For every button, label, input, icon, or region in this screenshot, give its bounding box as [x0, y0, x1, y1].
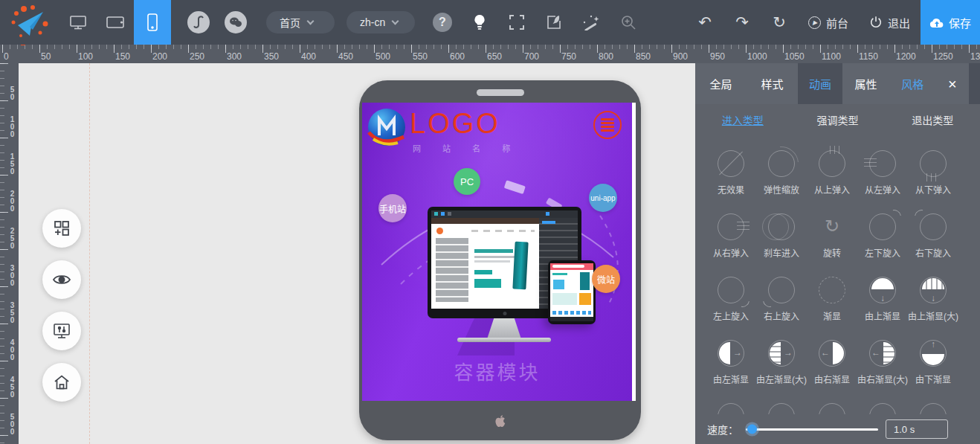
animation-option[interactable]: [756, 390, 807, 414]
help-icon[interactable]: [424, 0, 461, 45]
speed-slider-thumb[interactable]: [747, 425, 757, 434]
save-label: 保存: [949, 15, 971, 30]
ruler-number: 450: [8, 361, 16, 398]
animation-label: 右下旋入: [915, 246, 951, 259]
fullscreen-icon[interactable]: [498, 0, 535, 45]
ruler-number: 400: [300, 51, 337, 62]
animation-label: 从右弹入: [713, 246, 749, 259]
animation-icon: [764, 210, 799, 244]
home-button[interactable]: [42, 363, 81, 402]
speed-slider[interactable]: [746, 428, 878, 431]
magic-wand-icon[interactable]: [573, 0, 610, 45]
panel-tabs: 全局 样式 动画 属性 风格 ×: [695, 63, 980, 104]
animation-option[interactable]: 无效果: [706, 138, 756, 201]
device-mobile-button[interactable]: [134, 0, 171, 45]
animation-option[interactable]: 刹车进入: [756, 201, 807, 264]
animation-option[interactable]: 右上旋入: [756, 264, 807, 327]
undo-icon[interactable]: [686, 0, 723, 45]
site-logo-text: LOGO: [410, 108, 500, 140]
animation-option[interactable]: 由左渐显(大): [756, 327, 807, 390]
animation-icon: [714, 273, 748, 307]
lang-select[interactable]: zh-cn: [346, 11, 415, 33]
top-toolbar: 首页 zh-cn 前台: [0, 0, 980, 45]
animation-option[interactable]: [706, 390, 756, 414]
add-module-button[interactable]: [42, 209, 81, 248]
speed-input[interactable]: [886, 419, 948, 439]
ruler-number: 50: [39, 51, 77, 62]
phone-scrollbar[interactable]: [632, 103, 636, 401]
design-canvas[interactable]: LOGO 网 站 名 称: [19, 63, 695, 444]
imac-base: [457, 338, 551, 342]
device-desktop-button[interactable]: [59, 0, 97, 45]
ruler-marker: [21, 45, 25, 45]
save-button[interactable]: 保存: [921, 0, 980, 45]
ruler-number: 500: [374, 51, 411, 62]
ruler-number: 500: [8, 398, 16, 435]
apple-logo-icon: [494, 414, 507, 430]
animation-option[interactable]: 从上弹入: [807, 138, 857, 201]
animation-option[interactable]: 从下弹入: [908, 138, 958, 201]
ruler-number: 50: [8, 63, 16, 100]
miniprogram-icon[interactable]: [180, 0, 217, 45]
animation-option[interactable]: 右下旋入: [908, 201, 958, 264]
preview-button[interactable]: [42, 260, 81, 299]
container-module[interactable]: LOGO 网 站 名 称: [362, 103, 632, 401]
animation-option[interactable]: [857, 390, 908, 414]
animation-option[interactable]: 由下渐显: [908, 327, 958, 390]
animation-label: 由上渐显(大): [908, 309, 958, 322]
animation-label: 由左渐显: [713, 373, 749, 385]
close-icon[interactable]: ×: [948, 77, 957, 91]
refresh-icon[interactable]: [761, 0, 798, 45]
animation-label: 从下弹入: [915, 183, 951, 196]
ruler-number: 800: [597, 51, 634, 62]
animation-icon: [815, 273, 849, 307]
ruler-number: 0: [2, 51, 39, 62]
wechat-icon[interactable]: [217, 0, 254, 45]
redo-icon[interactable]: [723, 0, 761, 45]
tab-theme[interactable]: 风格: [901, 76, 923, 91]
tab-attributes[interactable]: 属性: [854, 76, 877, 91]
animation-option[interactable]: 左上旋入: [706, 264, 756, 327]
subtab-emphasis-type[interactable]: 强调类型: [790, 112, 886, 127]
animation-option[interactable]: 旋转: [807, 201, 857, 264]
animation-option[interactable]: 由左渐显: [706, 327, 756, 390]
ruler-number: 1200: [894, 51, 932, 62]
animation-option[interactable]: [807, 390, 857, 414]
platform-bubble: PC: [454, 168, 480, 195]
ruler-number: 1150: [857, 51, 894, 62]
page-select-value: 首页: [280, 15, 300, 30]
hamburger-menu-icon[interactable]: [593, 111, 622, 139]
ruler-number: 650: [486, 51, 523, 62]
lightbulb-icon[interactable]: [461, 0, 498, 45]
subtab-exit-type[interactable]: 退出类型: [885, 112, 980, 127]
page-select[interactable]: 首页: [266, 11, 335, 33]
animation-option[interactable]: 从左弹入: [857, 138, 908, 201]
subtab-enter-type[interactable]: 进入类型: [695, 112, 790, 127]
animation-option[interactable]: 由右渐显(大): [857, 327, 908, 390]
animation-label: 由左渐显(大): [756, 373, 807, 385]
animation-option[interactable]: [908, 390, 958, 414]
display-settings-button[interactable]: [42, 312, 81, 350]
animation-option[interactable]: 弹性缩放: [756, 138, 807, 201]
animation-label: 弹性缩放: [764, 183, 799, 196]
modules-icon: [53, 219, 71, 237]
feedback-icon[interactable]: [535, 0, 573, 45]
lang-select-value: zh-cn: [360, 16, 385, 28]
preview-front-button[interactable]: 前台: [798, 0, 859, 45]
tab-global[interactable]: 全局: [709, 76, 732, 91]
animation-option[interactable]: 由右渐显: [807, 327, 857, 390]
tab-animation[interactable]: 动画: [809, 76, 831, 91]
animation-option[interactable]: 从右弹入: [706, 201, 756, 264]
ruler-number: 100: [77, 51, 114, 62]
animation-option[interactable]: 渐显: [807, 264, 857, 327]
exit-button[interactable]: 退出: [859, 0, 921, 45]
animation-option[interactable]: 左下旋入: [857, 201, 908, 264]
device-tablet-button[interactable]: [97, 0, 134, 45]
ruler-number: 600: [448, 51, 486, 62]
animation-icon: [764, 273, 799, 307]
animation-label: 左下旋入: [865, 246, 900, 259]
tab-style[interactable]: 样式: [761, 76, 783, 91]
animation-option[interactable]: 由上渐显: [857, 264, 908, 327]
zoom-search-icon[interactable]: [610, 0, 647, 45]
animation-option[interactable]: 由上渐显(大): [908, 264, 958, 327]
